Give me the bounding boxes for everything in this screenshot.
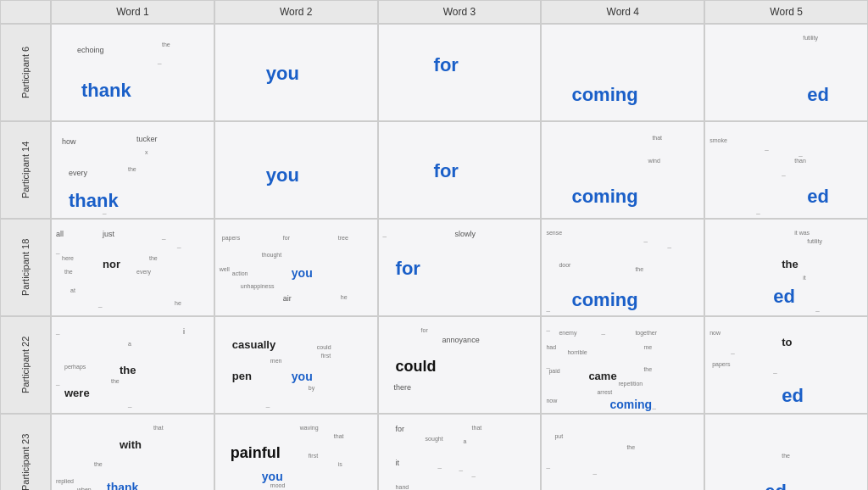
word-item: replied [56,478,74,484]
word-item: unhappiness [241,283,275,289]
cell-r4c2: forthatsoughtait___handatby [378,414,542,490]
word-item: it was [794,230,810,236]
word-item: _ [56,378,59,386]
word-item: a [128,341,131,347]
word-item: pen [232,370,252,382]
word-item: he [175,300,181,306]
word-item: _ [667,241,670,248]
word-item: tree [338,235,348,241]
word-item: wind [648,158,659,164]
word-item: _ [782,169,785,176]
word-item: thought [262,252,281,258]
word-item: futility [803,35,818,41]
cell-r1c2: for [378,121,542,219]
word-item: i [183,327,185,336]
word-item: a [464,438,467,444]
word-item: _ [383,230,387,237]
word-item: _ [798,149,802,157]
word-item: _ [652,402,655,409]
word-item: it [803,275,806,281]
word-item: futility [807,238,822,244]
word-item: _ [56,327,59,335]
word-item: now [546,398,557,404]
word-item: _ [162,232,165,240]
word-item: coming [571,84,637,106]
cell-r1c3: thatwindcoming [541,121,704,219]
word-item: _ [593,467,596,475]
word-item: that [153,425,164,431]
word-item: that [652,135,662,141]
cell-r0c4: futilityed [704,24,868,121]
word-item: door [559,262,570,268]
word-item: the [94,461,103,467]
word-item: all [56,230,64,238]
word-item: the [111,378,120,384]
cell-r4c1: wavingthatpainfulfirstisyoumoodin [214,414,378,490]
word-item: ed [807,186,829,208]
word-item: for [421,327,428,333]
word-item: thank [69,190,119,212]
word-item: _ [546,324,549,331]
word-item: the [643,366,652,372]
cell-r0c3: coming [541,24,704,121]
word-item: every [136,269,151,275]
word-item: at [70,287,75,293]
word-item: the [782,453,790,459]
word-item: _ [643,235,647,242]
word-item: you [292,266,313,280]
word-item: the [128,166,136,172]
word-item: smoke [709,137,727,143]
word-item: annoyance [442,336,480,344]
word-item: could [317,344,331,350]
word-item: coming [609,398,652,411]
word-item: tucker [136,135,158,143]
word-item: came [588,370,616,382]
word-item: the [635,266,643,272]
word-item: papers [222,235,240,241]
word-item: every [69,169,87,177]
word-item: papers [712,361,730,367]
word-item: _ [103,207,106,214]
word-item: to [782,336,792,348]
cell-r3c0: _iaperhapsthe_werethe_ [51,316,214,414]
word-item: paid [548,368,559,374]
word-item: by [309,385,314,391]
corner-spacer [0,0,51,24]
word-item: repetition [618,381,643,387]
word-item: _ [815,304,819,312]
word-item: echoing [77,46,104,54]
row-header-p18: Participant 18 [0,219,51,316]
word-item: men [270,358,282,364]
word-item: mood [270,482,286,488]
cell-r3c4: nowto_papers_ed [704,316,868,414]
word-item: for [434,54,459,76]
word-item: you [262,470,283,483]
word-item: sought [426,436,443,442]
word-item: nor [103,258,120,270]
word-item: well [220,266,230,272]
word-item: had [546,344,556,350]
word-item: there [394,383,412,392]
word-item: together [635,330,657,336]
cell-r2c2: _slowlyfor [378,219,542,316]
cell-r0c2: for [378,24,542,121]
word-item: were [64,387,90,399]
word-item: here [62,255,74,261]
word-item: you [266,63,299,85]
cell-r1c0: howtuckerxeverythethank_ [51,121,214,219]
main-grid: Word 1 Word 2 Word 3 Word 4 Word 5 Parti… [0,0,868,490]
word-item: coming [571,186,637,208]
word-item: the [149,255,158,261]
cell-r4c4: thedoneedallan [704,414,868,490]
word-item: slowly [455,230,476,238]
word-item: painful [231,444,281,462]
row-header-p14: Participant 14 [0,121,51,219]
cell-r0c1: you [214,24,378,121]
word-item: now [709,330,721,336]
word-item: _ [756,207,760,214]
word-item: for [396,425,405,433]
word-item: waving [300,425,319,431]
word-item: the [626,444,635,450]
word-item: for [396,258,420,280]
word-item: horrible [567,349,587,355]
